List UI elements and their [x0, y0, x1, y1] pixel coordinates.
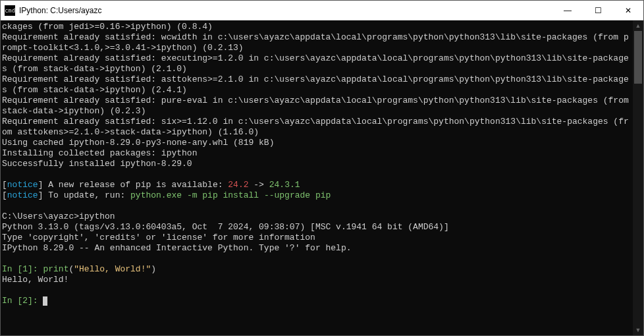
terminal-container: ckages (from jedi>=0.16->ipython) (0.8.4… — [1, 20, 643, 335]
input-prompt: In [1]: — [2, 264, 43, 274]
output-line: ckages (from jedi>=0.16->ipython) (0.8.4… — [2, 22, 213, 32]
arrow-text: -> — [249, 180, 269, 190]
terminal-output[interactable]: ckages (from jedi>=0.16->ipython) (0.8.4… — [1, 20, 633, 335]
notice-bracket: [ — [2, 190, 7, 200]
window-frame: cmd IPython: C:Users/ayazc — ☐ ✕ ckages … — [0, 0, 644, 336]
minimize-icon: — — [564, 6, 572, 15]
python-info: Type 'copyright', 'credits' or 'license'… — [2, 233, 315, 242]
output-line: Using cached ipython-8.29.0-py3-none-any… — [2, 138, 274, 148]
cursor-icon — [43, 296, 47, 306]
titlebar[interactable]: cmd IPython: C:Users/ayazc — ☐ ✕ — [1, 1, 643, 20]
output-line: Requirement already satisfied: asttokens… — [2, 74, 629, 95]
output-line: Installing collected packages: ipython — [2, 148, 197, 158]
scrollbar-up-icon[interactable]: ▲ — [633, 20, 643, 31]
func-name: print — [43, 264, 68, 274]
scrollbar[interactable]: ▲ ▼ — [633, 20, 643, 335]
notice-bracket: [ — [2, 180, 7, 190]
output-line: Successfully installed ipython-8.29.0 — [2, 159, 192, 169]
new-version: 24.3.1 — [269, 180, 300, 190]
app-icon-label: cmd — [5, 7, 15, 14]
notice-tag: notice — [7, 190, 38, 200]
window-controls: — ☐ ✕ — [552, 1, 643, 20]
ipython-info: IPython 8.29.0 -- An enhanced Interactiv… — [2, 243, 352, 253]
command-prompt: C:\Users\ayazc>ipython — [2, 211, 115, 221]
output-line: Requirement already satisfied: six>=1.12… — [2, 117, 629, 137]
paren: ) — [151, 264, 156, 274]
input-prompt: In [2]: — [2, 296, 43, 306]
output-line: Requirement already satisfied: executing… — [2, 53, 629, 74]
close-icon: ✕ — [625, 6, 631, 15]
notice-tag: notice — [7, 180, 38, 190]
python-version: Python 3.13.0 (tags/v3.13.0:60403a5, Oct… — [2, 222, 449, 232]
old-version: 24.2 — [228, 180, 248, 190]
scrollbar-down-icon[interactable]: ▼ — [633, 325, 643, 335]
app-icon: cmd — [5, 5, 15, 16]
notice-text: To update, run: — [43, 190, 130, 200]
scrollbar-track[interactable] — [633, 31, 643, 325]
output-line: Hello, World! — [2, 275, 68, 285]
close-button[interactable]: ✕ — [613, 1, 643, 20]
minimize-button[interactable]: — — [552, 1, 583, 20]
string-literal: "Hello, World!" — [74, 264, 151, 274]
window-title: IPython: C:Users/ayazc — [19, 6, 552, 15]
update-command: python.exe -m pip install --upgrade pip — [130, 190, 331, 200]
output-line: Requirement already satisfied: pure-eval… — [2, 96, 633, 116]
scrollbar-thumb[interactable] — [634, 31, 642, 84]
notice-text: A new release of pip is available: — [43, 180, 228, 190]
output-line: Requirement already satisfied: wcwidth i… — [2, 32, 629, 53]
maximize-button[interactable]: ☐ — [583, 1, 613, 20]
maximize-icon: ☐ — [595, 6, 602, 15]
